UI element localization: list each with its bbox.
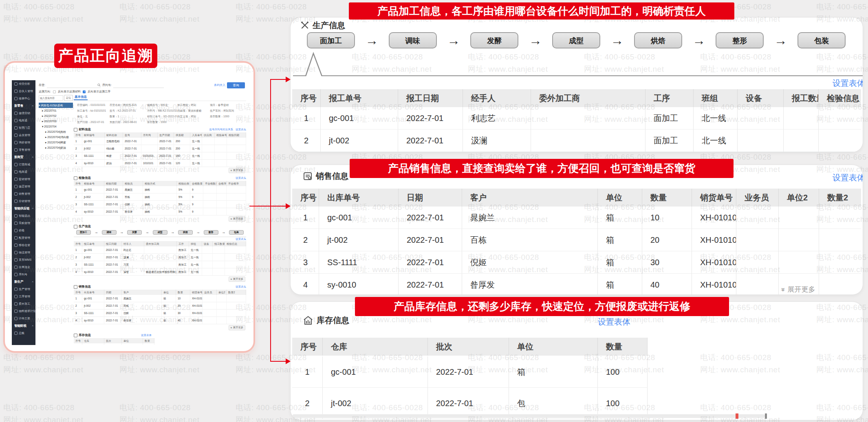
sidebar-item[interactable]: 报表中心 xyxy=(12,95,35,102)
locate-button[interactable]: 定位 xyxy=(64,95,73,101)
expand-more-button[interactable]: »展开更多 xyxy=(229,325,245,330)
sidebar-item[interactable]: 电商通 xyxy=(12,168,35,176)
table-cell: 2022-7-01 xyxy=(399,251,462,274)
table-cell: 北一线 xyxy=(190,145,202,152)
sidebar-item[interactable]: 销售管理 xyxy=(12,190,35,198)
tree-search-input[interactable] xyxy=(39,95,63,101)
set-header-link[interactable]: 设置表头 xyxy=(236,237,246,241)
process-step[interactable]: 包装 xyxy=(798,32,846,48)
tree-item[interactable]: ▸ 20220703 xyxy=(39,119,73,124)
sidebar-item[interactable]: 微店管理 xyxy=(12,183,35,190)
expand-more-button[interactable]: »展开更多 xyxy=(229,216,245,222)
process-step[interactable]: 调味 xyxy=(102,230,117,235)
sidebar-item[interactable]: 分销管理 xyxy=(12,198,35,205)
table-cell xyxy=(217,201,227,208)
table-body: 1gc-0012022-7-01晁婉兰箱10XH-010102jt-002202… xyxy=(292,207,861,295)
expand-more-button[interactable]: »展开更多 xyxy=(229,277,245,282)
sidebar-item[interactable]: 配货管理 xyxy=(12,234,35,242)
trace-direction-row: 追溯方向: 反向显示追溯材料 反向显示追溯工序 xyxy=(39,90,110,94)
menu-item-icon xyxy=(14,97,18,100)
sidebar-item[interactable]: 经营分析 xyxy=(12,80,35,88)
flow-arrow-icon: → xyxy=(774,32,787,48)
process-step[interactable]: 整形 xyxy=(716,32,764,48)
process-step[interactable]: 成型 xyxy=(552,32,600,48)
table-cell: 5% xyxy=(177,208,190,215)
set-header-link[interactable]: 设置表头 xyxy=(236,285,246,289)
sidebar-item[interactable]: 物料需求计划 xyxy=(12,308,35,315)
expand-more-button[interactable]: » 展开更多 xyxy=(781,285,815,294)
tree-item[interactable]: ▾ 20220704 xyxy=(39,124,73,129)
tree-item[interactable]: ▸ 20220704|蜂蜜 xyxy=(39,140,73,145)
sidebar-section[interactable]: 新商贸^ xyxy=(12,154,35,161)
stock-input[interactable] xyxy=(47,82,97,88)
sidebar-item[interactable]: 会员管理 xyxy=(12,132,35,139)
process-step[interactable]: 包装 xyxy=(229,230,244,235)
sidebar-item[interactable]: 促销管理 xyxy=(12,176,35,183)
sidebar-section[interactable]: 新零售^ xyxy=(12,102,35,110)
table-cell: 出库单号 xyxy=(319,189,399,207)
sidebar-item[interactable]: 电商通 xyxy=(12,117,35,124)
tab-basic-info[interactable]: 基本信息 xyxy=(74,94,88,100)
sidebar-item[interactable]: 订货商城 xyxy=(12,161,35,168)
table-body: 1gc-0012022-7-01箱1002jt-0022022-7-01包100 xyxy=(292,356,648,419)
set-body-link[interactable]: 设置表体 xyxy=(141,334,152,337)
sidebar-item[interactable]: 智慧门店 xyxy=(12,124,35,132)
set-table-link[interactable]: 设置表体 xyxy=(833,78,863,89)
table-cell xyxy=(227,145,246,152)
sidebar-item[interactable]: 合伙人管理 xyxy=(12,88,35,95)
table-body: 1gc-001古船面包粉2022-7-012022-7-01200北一线2jt-… xyxy=(74,138,246,167)
sidebar-item[interactable]: 总账 xyxy=(12,330,35,337)
process-step[interactable]: 面加工 xyxy=(76,230,91,235)
sidebar-item[interactable]: 往来现金 xyxy=(12,264,35,271)
sidebar-item[interactable]: 委外加工 xyxy=(12,300,35,308)
chevron-down-icon: » xyxy=(230,327,233,329)
set-header-link[interactable]: 设置表头 xyxy=(236,128,246,132)
process-step[interactable]: 烘焙 xyxy=(178,230,193,235)
sidebar-item[interactable]: 移动仓管 xyxy=(12,242,35,249)
sidebar-item[interactable]: 生产管理 xyxy=(12,286,35,293)
set-body-link[interactable]: 设置表体 xyxy=(598,316,630,327)
sidebar-section[interactable]: 智能供应链^ xyxy=(12,205,35,212)
process-step[interactable]: 烘焙 xyxy=(634,32,682,48)
sidebar-section[interactable]: 新生产^ xyxy=(12,278,35,286)
batch-serial-relation-link[interactable]: 批号序列号对应关系 xyxy=(209,128,234,132)
table-cell: 0101010.. xyxy=(141,152,158,160)
sidebar-item[interactable]: 物流管理 xyxy=(12,249,35,256)
tree-item[interactable]: ▸ 20220701 xyxy=(39,108,73,113)
checkbox-materials[interactable] xyxy=(53,90,56,93)
tree-item[interactable]: ▸ 20220704|奶油 xyxy=(39,145,73,150)
process-step[interactable]: 面加工 xyxy=(307,32,355,48)
horizontal-scrollbar[interactable] xyxy=(292,414,765,418)
set-header-link[interactable]: 设置表头 xyxy=(236,176,246,180)
sidebar-item[interactable]: 工序管理 xyxy=(12,293,35,300)
tree-item[interactable]: ▸ 20220702 xyxy=(39,113,73,119)
sidebar-item[interactable]: 计件工资 xyxy=(12,315,35,322)
tree-item[interactable]: ▾ 烤面包-615的质检 xyxy=(39,103,73,108)
sidebar-item[interactable]: 京东WMS xyxy=(12,256,35,264)
set-table-link[interactable]: 设置表体 xyxy=(833,172,863,183)
sidebar-section[interactable]: 智能财税^ xyxy=(12,322,35,330)
tree-item[interactable]: ▸ 20220704|绵白糖 xyxy=(39,134,73,140)
expand-more-button[interactable]: »展开更多 xyxy=(229,168,245,173)
sidebar-item[interactable]: 价格 xyxy=(12,227,35,234)
sidebar-item[interactable]: 采购管理 xyxy=(12,220,35,227)
tree-item[interactable]: ▸ 20220704|面粉 xyxy=(39,129,73,134)
process-step[interactable]: 发酵 xyxy=(470,32,518,48)
process-step[interactable]: 整形 xyxy=(204,230,218,235)
query-button[interactable]: 查询 xyxy=(227,82,245,88)
process-step[interactable]: 成型 xyxy=(153,230,167,235)
table-cell xyxy=(202,268,213,276)
process-step[interactable]: 调味 xyxy=(389,32,437,48)
barcode-entry-link[interactable]: 条码录入 xyxy=(214,83,225,87)
table-body: 1gc-0012022-7-01箱1002jt-0022022-7-01包100 xyxy=(74,343,154,345)
sidebar-item[interactable]: 序列号 xyxy=(12,271,35,278)
sidebar-item[interactable]: 零售管理 xyxy=(12,146,35,154)
process-step[interactable]: 发酵 xyxy=(127,230,142,235)
table-cell: 2022-7-01 xyxy=(399,274,462,295)
serial-input[interactable] xyxy=(113,82,164,88)
sidebar-item[interactable]: 询价管理 xyxy=(12,139,35,146)
sidebar-item[interactable]: 微信营销 xyxy=(12,110,35,117)
table-cell: 2 xyxy=(292,130,321,152)
checkbox-process[interactable] xyxy=(83,90,86,93)
sidebar-item[interactable]: 智能选品 xyxy=(12,212,35,220)
